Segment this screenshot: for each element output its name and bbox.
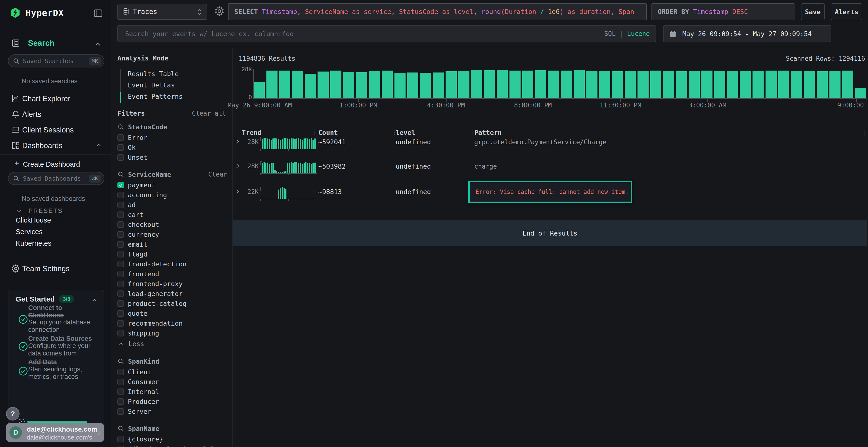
checkbox[interactable] [117,134,124,141]
presets-toggle[interactable]: PRESETS [16,207,63,215]
histogram-bar[interactable] [497,70,508,98]
histogram-bar[interactable] [727,71,738,98]
filter-option-server[interactable]: Server [117,407,227,416]
lang-lucene[interactable]: Lucene [627,30,650,37]
histogram-bar[interactable] [599,71,610,98]
sidebar-item-alerts[interactable]: Alerts [0,108,112,121]
results-histogram[interactable] [254,69,866,98]
histogram-bar[interactable] [574,70,585,98]
histogram-bar[interactable] [535,70,546,98]
checkbox-checked[interactable] [117,182,124,188]
analysis-mode-event-deltas[interactable]: Event Deltas [120,79,183,91]
checkbox[interactable] [117,320,124,326]
histogram-bar[interactable] [433,72,444,98]
clear-all-link[interactable]: Clear all [192,110,226,117]
create-dashboard-button[interactable]: + Create Dashboard [0,158,112,171]
histogram-bar[interactable] [740,71,751,98]
histogram-bar[interactable] [689,71,700,98]
sidebar-item-preset-clickhouse[interactable]: ClickHouse [16,216,51,224]
checkbox[interactable] [117,154,124,161]
histogram-bar[interactable] [407,72,418,98]
histogram-bar[interactable] [254,82,265,98]
histogram-bar[interactable] [395,73,406,98]
get-started-item-title[interactable]: Connect to ClickHouse [28,304,98,319]
histogram-bar[interactable] [445,71,457,98]
sidebar-item-chart-explorer[interactable]: Chart Explorer [0,92,112,105]
histogram-bar[interactable] [804,71,815,98]
histogram-bar[interactable] [458,71,469,98]
histogram-bar[interactable] [267,71,278,98]
search-icon[interactable] [117,425,124,432]
checkbox[interactable] [117,281,124,287]
histogram-bar[interactable] [766,71,777,98]
histogram-bar[interactable] [817,71,828,98]
filter-option-flagd[interactable]: flagd [117,249,227,259]
alerts-button[interactable]: Alerts [831,3,862,20]
filter-option-frontend-proxy[interactable]: frontend-proxy [117,279,227,289]
histogram-bar[interactable] [612,71,623,98]
histogram-bar[interactable] [778,71,789,98]
column-header-pattern[interactable]: Pattern [474,129,502,136]
histogram-bar[interactable] [638,71,649,98]
checkbox[interactable] [117,369,124,375]
histogram-bar[interactable] [561,71,572,98]
histogram-bar[interactable] [471,70,482,98]
search-icon[interactable] [117,171,124,178]
sidebar-item-search[interactable]: Search [11,38,55,48]
save-button[interactable]: Save [801,3,825,20]
user-menu[interactable]: D dale@clickhouse.com dale@clickhouse.co… [6,423,104,442]
sidebar-item-preset-services[interactable]: Services [16,228,42,236]
lucene-search-input[interactable]: Search your events w/ Lucene ex. column:… [117,25,656,42]
language-toggle[interactable]: SQL | Lucene [604,30,650,37]
histogram-bar[interactable] [369,71,380,98]
filter-option-ad[interactable]: ad [117,200,227,210]
column-menu-dots-icon[interactable]: ⋮ [469,128,475,136]
column-header-count[interactable]: Count [318,129,338,136]
sidebar-item-preset-kubernetes[interactable]: Kubernetes [16,239,51,247]
checkbox[interactable] [117,300,124,307]
analysis-mode-results-table[interactable]: Results Table [120,68,183,79]
column-header-trend[interactable]: Trend [242,129,261,136]
filter-clear-link[interactable]: Clear [208,171,227,178]
chevron-up-icon[interactable] [91,297,98,304]
filter-option-recommendation[interactable]: recommendation [117,318,227,328]
filter-option-shipping[interactable]: shipping [117,328,227,338]
column-menu-dots-icon[interactable]: ⋮ [311,128,318,136]
histogram-bar[interactable] [714,71,725,98]
filter-option-frontend[interactable]: frontend [117,269,227,279]
filter-option-payment[interactable]: payment [117,180,227,190]
logo[interactable]: HyperDX [10,7,64,18]
checkbox[interactable] [117,408,124,415]
filter-option--flagd-evaluation-v1-se-[interactable]: /flagd.evaluation.v1.Se… [117,444,227,447]
histogram-bar[interactable] [855,88,866,98]
histogram-bar[interactable] [279,71,290,98]
histogram-bar[interactable] [830,71,840,98]
search-icon[interactable] [117,358,124,365]
checkbox[interactable] [117,261,124,267]
histogram-bar[interactable] [650,71,661,98]
chevron-up-icon[interactable] [95,142,102,148]
filter-option-email[interactable]: email [117,239,227,249]
filter-option-producer[interactable]: Producer [117,397,227,407]
column-menu-dots-icon[interactable]: ⋮ [391,128,398,136]
histogram-bar[interactable] [330,71,341,98]
histogram-bar[interactable] [842,71,853,98]
column-menu-dots-icon[interactable]: ⋮ [861,128,868,136]
checkbox[interactable] [117,144,124,151]
pattern-text[interactable]: grpc.oteldemo.PaymentService/Charge [474,138,607,146]
checkbox[interactable] [117,379,124,385]
histogram-bar[interactable] [484,70,495,98]
saved-searches-input[interactable]: Saved Searches ⌘K [8,55,104,67]
filter-option-quote[interactable]: quote [117,309,227,318]
histogram-bar[interactable] [676,71,687,98]
histogram-bar[interactable] [292,71,303,98]
source-settings-gear-icon[interactable] [214,6,225,16]
checkbox[interactable] [117,192,124,198]
checkbox[interactable] [117,221,124,228]
help-button[interactable]: ? [6,407,20,420]
show-less-toggle[interactable]: Less [117,338,227,349]
checkbox[interactable] [117,271,124,277]
checkbox[interactable] [117,202,124,208]
checkbox[interactable] [117,251,124,257]
trend-sparkline[interactable] [261,137,316,149]
